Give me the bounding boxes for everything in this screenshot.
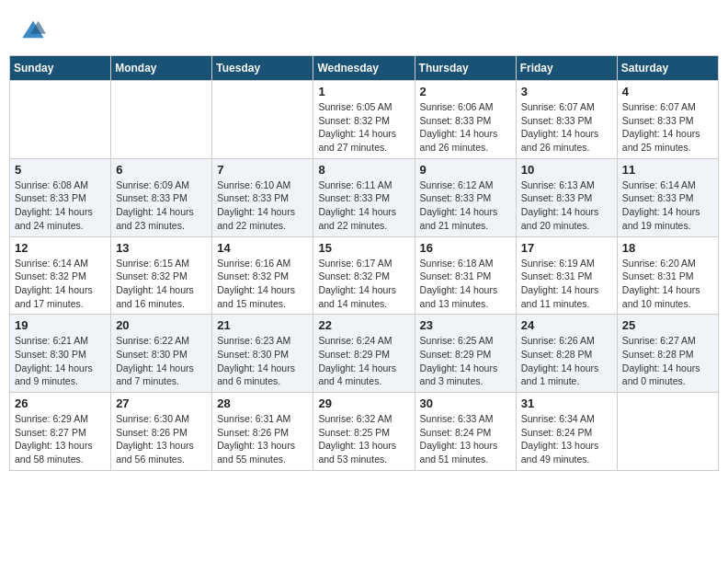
day-info: Sunrise: 6:14 AMSunset: 8:33 PMDaylight:…: [622, 178, 713, 233]
day-info: Sunrise: 6:07 AMSunset: 8:33 PMDaylight:…: [521, 100, 612, 155]
day-number: 6: [116, 163, 207, 177]
weekday-header-friday: Friday: [516, 56, 617, 81]
day-number: 9: [420, 163, 511, 177]
day-info: Sunrise: 6:12 AMSunset: 8:33 PMDaylight:…: [420, 178, 511, 233]
calendar-cell: 26Sunrise: 6:29 AMSunset: 8:27 PMDayligh…: [10, 393, 111, 471]
calendar-cell: 5Sunrise: 6:08 AMSunset: 8:33 PMDaylight…: [10, 158, 111, 236]
calendar-cell: [617, 393, 718, 471]
day-number: 1: [318, 85, 409, 98]
day-info: Sunrise: 6:31 AMSunset: 8:26 PMDaylight:…: [217, 412, 308, 466]
day-number: 19: [15, 318, 106, 332]
weekday-header-monday: Monday: [111, 56, 212, 81]
calendar-cell: 18Sunrise: 6:20 AMSunset: 8:31 PMDayligh…: [617, 236, 718, 315]
calendar-cell: 11Sunrise: 6:14 AMSunset: 8:33 PMDayligh…: [617, 158, 718, 236]
calendar-cell: 10Sunrise: 6:13 AMSunset: 8:33 PMDayligh…: [516, 158, 617, 236]
day-number: 30: [420, 396, 511, 410]
day-info: Sunrise: 6:05 AMSunset: 8:32 PMDaylight:…: [318, 100, 409, 155]
page-header: [9, 9, 719, 50]
calendar-cell: 8Sunrise: 6:11 AMSunset: 8:33 PMDaylight…: [313, 158, 415, 236]
day-number: 22: [318, 318, 409, 332]
calendar-cell: 12Sunrise: 6:14 AMSunset: 8:32 PMDayligh…: [10, 236, 111, 315]
calendar-week-row: 1Sunrise: 6:05 AMSunset: 8:32 PMDaylight…: [10, 81, 719, 159]
day-info: Sunrise: 6:10 AMSunset: 8:33 PMDaylight:…: [217, 178, 308, 233]
day-info: Sunrise: 6:22 AMSunset: 8:30 PMDaylight:…: [116, 334, 207, 388]
day-number: 25: [622, 318, 713, 332]
calendar-cell: 29Sunrise: 6:32 AMSunset: 8:25 PMDayligh…: [313, 393, 415, 471]
day-number: 16: [420, 241, 511, 255]
day-info: Sunrise: 6:25 AMSunset: 8:29 PMDaylight:…: [420, 334, 511, 388]
calendar-cell: 28Sunrise: 6:31 AMSunset: 8:26 PMDayligh…: [212, 393, 313, 471]
calendar-cell: 21Sunrise: 6:23 AMSunset: 8:30 PMDayligh…: [212, 315, 313, 393]
calendar-cell: 15Sunrise: 6:17 AMSunset: 8:32 PMDayligh…: [313, 236, 415, 315]
day-number: 5: [15, 163, 106, 177]
day-number: 28: [217, 396, 308, 410]
day-number: 31: [521, 396, 612, 410]
calendar-cell: 2Sunrise: 6:06 AMSunset: 8:33 PMDaylight…: [415, 81, 516, 159]
calendar-cell: 9Sunrise: 6:12 AMSunset: 8:33 PMDaylight…: [415, 158, 516, 236]
weekday-header-sunday: Sunday: [10, 56, 111, 81]
calendar-week-row: 26Sunrise: 6:29 AMSunset: 8:27 PMDayligh…: [10, 393, 719, 471]
day-number: 13: [116, 241, 207, 255]
calendar-cell: 25Sunrise: 6:27 AMSunset: 8:28 PMDayligh…: [617, 315, 718, 393]
day-info: Sunrise: 6:18 AMSunset: 8:31 PMDaylight:…: [420, 257, 511, 311]
day-info: Sunrise: 6:08 AMSunset: 8:33 PMDaylight:…: [15, 178, 106, 233]
day-info: Sunrise: 6:13 AMSunset: 8:33 PMDaylight:…: [521, 178, 612, 233]
day-info: Sunrise: 6:32 AMSunset: 8:25 PMDaylight:…: [318, 412, 409, 466]
calendar-cell: 14Sunrise: 6:16 AMSunset: 8:32 PMDayligh…: [212, 236, 313, 315]
day-info: Sunrise: 6:26 AMSunset: 8:28 PMDaylight:…: [521, 334, 612, 388]
logo: [18, 17, 50, 46]
calendar-cell: [111, 81, 212, 159]
calendar-cell: 23Sunrise: 6:25 AMSunset: 8:29 PMDayligh…: [415, 315, 516, 393]
weekday-header-saturday: Saturday: [617, 56, 718, 81]
day-info: Sunrise: 6:17 AMSunset: 8:32 PMDaylight:…: [318, 257, 409, 311]
day-info: Sunrise: 6:14 AMSunset: 8:32 PMDaylight:…: [15, 257, 106, 311]
day-info: Sunrise: 6:15 AMSunset: 8:32 PMDaylight:…: [116, 257, 207, 311]
weekday-header-wednesday: Wednesday: [313, 56, 415, 81]
calendar-cell: 24Sunrise: 6:26 AMSunset: 8:28 PMDayligh…: [516, 315, 617, 393]
day-number: 14: [217, 241, 308, 255]
day-number: 2: [420, 85, 511, 98]
calendar-cell: 19Sunrise: 6:21 AMSunset: 8:30 PMDayligh…: [10, 315, 111, 393]
calendar-cell: 4Sunrise: 6:07 AMSunset: 8:33 PMDaylight…: [617, 81, 718, 159]
calendar-cell: 31Sunrise: 6:34 AMSunset: 8:24 PMDayligh…: [516, 393, 617, 471]
day-number: 8: [318, 163, 409, 177]
day-number: 11: [622, 163, 713, 177]
day-number: 3: [521, 85, 612, 98]
calendar-cell: [212, 81, 313, 159]
calendar-week-row: 5Sunrise: 6:08 AMSunset: 8:33 PMDaylight…: [10, 158, 719, 236]
day-info: Sunrise: 6:06 AMSunset: 8:33 PMDaylight:…: [420, 100, 511, 155]
calendar-cell: 30Sunrise: 6:33 AMSunset: 8:24 PMDayligh…: [415, 393, 516, 471]
calendar-week-row: 12Sunrise: 6:14 AMSunset: 8:32 PMDayligh…: [10, 236, 719, 315]
day-number: 15: [318, 241, 409, 255]
day-number: 27: [116, 396, 207, 410]
day-info: Sunrise: 6:21 AMSunset: 8:30 PMDaylight:…: [15, 334, 106, 388]
day-number: 18: [622, 241, 713, 255]
day-info: Sunrise: 6:20 AMSunset: 8:31 PMDaylight:…: [622, 257, 713, 311]
day-info: Sunrise: 6:29 AMSunset: 8:27 PMDaylight:…: [15, 412, 106, 466]
day-info: Sunrise: 6:34 AMSunset: 8:24 PMDaylight:…: [521, 412, 612, 466]
weekday-header-tuesday: Tuesday: [212, 56, 313, 81]
day-number: 24: [521, 318, 612, 332]
calendar-cell: 7Sunrise: 6:10 AMSunset: 8:33 PMDaylight…: [212, 158, 313, 236]
calendar-cell: 16Sunrise: 6:18 AMSunset: 8:31 PMDayligh…: [415, 236, 516, 315]
calendar-cell: 6Sunrise: 6:09 AMSunset: 8:33 PMDaylight…: [111, 158, 212, 236]
day-number: 26: [15, 396, 106, 410]
calendar-cell: 20Sunrise: 6:22 AMSunset: 8:30 PMDayligh…: [111, 315, 212, 393]
day-info: Sunrise: 6:33 AMSunset: 8:24 PMDaylight:…: [420, 412, 511, 466]
day-info: Sunrise: 6:19 AMSunset: 8:31 PMDaylight:…: [521, 257, 612, 311]
weekday-header-row: SundayMondayTuesdayWednesdayThursdayFrid…: [10, 56, 719, 81]
day-number: 23: [420, 318, 511, 332]
day-number: 4: [622, 85, 713, 98]
day-info: Sunrise: 6:30 AMSunset: 8:26 PMDaylight:…: [116, 412, 207, 466]
day-number: 20: [116, 318, 207, 332]
day-info: Sunrise: 6:27 AMSunset: 8:28 PMDaylight:…: [622, 334, 713, 388]
day-info: Sunrise: 6:16 AMSunset: 8:32 PMDaylight:…: [217, 257, 308, 311]
calendar-cell: [10, 81, 111, 159]
calendar-cell: 1Sunrise: 6:05 AMSunset: 8:32 PMDaylight…: [313, 81, 415, 159]
day-info: Sunrise: 6:07 AMSunset: 8:33 PMDaylight:…: [622, 100, 713, 155]
day-number: 10: [521, 163, 612, 177]
day-info: Sunrise: 6:09 AMSunset: 8:33 PMDaylight:…: [116, 178, 207, 233]
weekday-header-thursday: Thursday: [415, 56, 516, 81]
calendar-table: SundayMondayTuesdayWednesdayThursdayFrid…: [9, 55, 719, 471]
day-info: Sunrise: 6:23 AMSunset: 8:30 PMDaylight:…: [217, 334, 308, 388]
